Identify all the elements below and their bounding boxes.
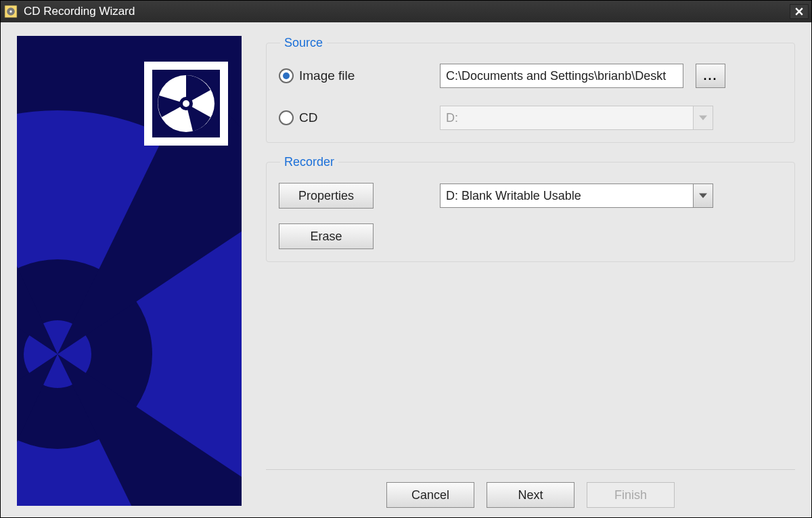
chevron-down-icon[interactable] — [693, 184, 713, 208]
wizard-window: CD Recording Wizard — [0, 0, 812, 518]
titlebar: CD Recording Wizard — [1, 1, 811, 22]
finish-button: Finish — [587, 482, 675, 508]
source-group: Source Image file ... CD — [266, 36, 795, 143]
cancel-button[interactable]: Cancel — [386, 482, 474, 508]
recorder-group: Recorder Properties D: Blank Writable Us… — [266, 155, 795, 262]
svg-point-13 — [183, 100, 189, 107]
radio-image-file-label: Image file — [299, 68, 355, 83]
cd-drive-value: D: — [440, 106, 693, 130]
browse-button[interactable]: ... — [696, 64, 725, 88]
properties-button[interactable]: Properties — [279, 183, 374, 209]
client-area: Source Image file ... CD — [1, 22, 811, 517]
radio-cd-label: CD — [299, 110, 317, 125]
radio-cd[interactable]: CD — [279, 110, 428, 125]
radio-dot-icon — [279, 68, 294, 83]
wizard-sidebar-art — [17, 36, 242, 506]
recorder-select[interactable]: D: Blank Writable Usable — [440, 184, 713, 208]
next-button[interactable]: Next — [487, 482, 574, 508]
wizard-footer: Cancel Next Finish — [266, 469, 795, 508]
cd-drive-select: D: — [440, 106, 713, 130]
chevron-down-icon — [693, 106, 713, 130]
close-button[interactable] — [790, 4, 809, 19]
recorder-legend: Recorder — [280, 155, 338, 169]
recorder-value: D: Blank Writable Usable — [440, 184, 693, 208]
main-panel: Source Image file ... CD — [266, 36, 795, 508]
erase-button[interactable]: Erase — [279, 223, 374, 249]
ellipsis-icon: ... — [703, 69, 717, 83]
radio-image-file[interactable]: Image file — [279, 68, 428, 83]
source-legend: Source — [280, 36, 327, 50]
svg-point-2 — [9, 10, 12, 12]
window-title: CD Recording Wizard — [24, 5, 790, 18]
app-icon — [3, 4, 18, 19]
radio-empty-icon — [279, 110, 294, 125]
image-file-path-input[interactable] — [440, 64, 683, 88]
